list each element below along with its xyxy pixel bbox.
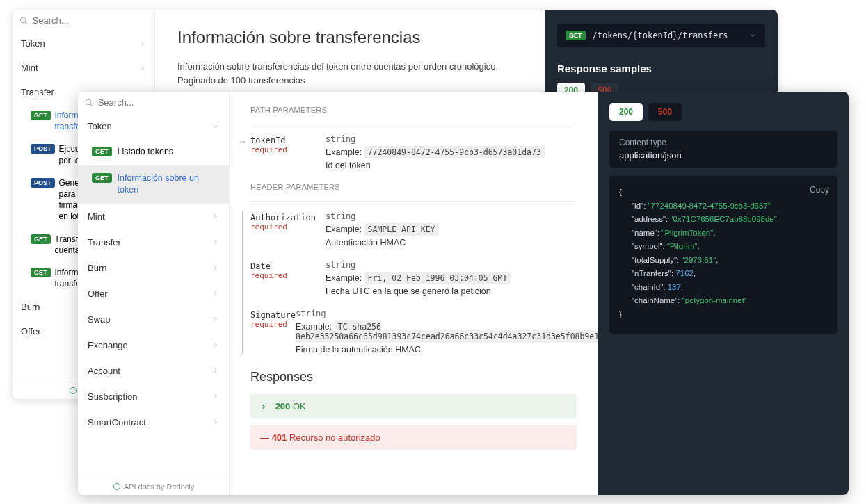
chevron-right-icon bbox=[212, 393, 219, 400]
http-method-badge: GET bbox=[31, 268, 51, 277]
svg-line-4 bbox=[90, 104, 93, 106]
param-desc: Id del token bbox=[326, 161, 577, 170]
front-nav-sub-token-info[interactable]: GETInformación sobre un token bbox=[78, 165, 229, 204]
arrow-icon bbox=[239, 138, 246, 145]
front-search-input[interactable] bbox=[98, 97, 222, 108]
param-name: Date bbox=[250, 261, 326, 271]
chevron-right-icon bbox=[212, 316, 219, 323]
http-method-badge: GET bbox=[92, 173, 112, 183]
chevron-right-icon bbox=[212, 341, 219, 348]
tab-200[interactable]: 200 bbox=[609, 103, 643, 121]
front-nav-offer[interactable]: Offer bbox=[78, 281, 229, 307]
front-main-content: PATH PARAMETERS tokenId required string … bbox=[230, 92, 598, 495]
endpoint-box[interactable]: GET /tokens/{tokenId}/transfers bbox=[557, 24, 765, 47]
param-type: string bbox=[326, 260, 577, 270]
front-nav-sub-list-tokens[interactable]: GETListado tokens bbox=[78, 139, 229, 165]
svg-point-2 bbox=[70, 388, 76, 394]
http-method-badge: GET bbox=[92, 147, 112, 156]
svg-point-5 bbox=[113, 484, 120, 490]
param-required-label: required bbox=[250, 271, 326, 280]
response-samples-heading: Response samples bbox=[557, 63, 765, 74]
content-type-value: application/json bbox=[619, 150, 828, 161]
param-name: Signature bbox=[250, 310, 296, 320]
param-example: Example: Fri, 02 Feb 1996 03:04:05 GMT bbox=[326, 273, 577, 283]
param-row-signature: Signature required string Example: TC sh… bbox=[250, 309, 577, 355]
redocly-icon bbox=[113, 482, 121, 491]
svg-point-0 bbox=[21, 17, 26, 22]
chevron-right-icon bbox=[212, 290, 219, 297]
front-nav: Token GETListado tokens GETInformación s… bbox=[78, 113, 229, 478]
divider bbox=[250, 124, 577, 124]
front-nav-mint[interactable]: Mint bbox=[78, 204, 229, 229]
json-sample-block: Copy { "id": "77240849-8472-4755-9cb3-d6… bbox=[609, 176, 837, 334]
front-code-tabs: 200 500 bbox=[609, 103, 837, 121]
tab-500[interactable]: 500 bbox=[648, 103, 682, 121]
search-icon bbox=[19, 16, 29, 26]
back-search-input[interactable] bbox=[33, 15, 147, 26]
param-example: Example: TC sha256 8eb2e35250a66c65d9813… bbox=[296, 322, 598, 341]
responses-heading: Responses bbox=[250, 370, 577, 384]
chevron-right-icon bbox=[139, 40, 146, 47]
param-example: Example: 77240849-8472-4755-9cb3-d6573a0… bbox=[326, 147, 577, 157]
content-type-label: Content type bbox=[619, 138, 828, 147]
http-method-badge: POST bbox=[31, 178, 55, 188]
param-row-date: Date required string Example: Fri, 02 Fe… bbox=[250, 260, 577, 296]
chevron-right-icon bbox=[212, 264, 219, 271]
front-nav-transfer[interactable]: Transfer bbox=[78, 229, 229, 255]
front-code-panel: 200 500 Content type application/json Co… bbox=[598, 92, 849, 495]
front-search-bar[interactable] bbox=[78, 92, 229, 113]
header-params-heading: HEADER PARAMETERS bbox=[250, 183, 577, 191]
param-row-tokenid: tokenId required string Example: 7724084… bbox=[250, 134, 577, 170]
page-title: Información sobre transferencias bbox=[177, 28, 522, 47]
copy-button[interactable]: Copy bbox=[810, 183, 829, 197]
chevron-right-icon bbox=[212, 418, 219, 425]
param-type: string bbox=[326, 211, 577, 221]
chevron-down-icon bbox=[212, 123, 219, 130]
path-params-heading: PATH PARAMETERS bbox=[250, 106, 577, 114]
front-nav-subscription[interactable]: Susbcription bbox=[78, 384, 229, 409]
http-method-badge: POST bbox=[31, 144, 55, 154]
front-nav-swap[interactable]: Swap bbox=[78, 307, 229, 332]
param-row-authorization: Authorization required string Example: S… bbox=[250, 211, 577, 247]
front-nav-smartcontract[interactable]: SmartContract bbox=[78, 409, 229, 435]
param-required-label: required bbox=[250, 222, 326, 231]
chevron-down-icon bbox=[748, 31, 757, 40]
chevron-right-icon bbox=[260, 403, 267, 410]
http-method-badge: GET bbox=[566, 31, 586, 40]
http-method-badge: GET bbox=[31, 234, 51, 244]
front-nav-exchange[interactable]: Exchange bbox=[78, 332, 229, 358]
front-nav-token[interactable]: Token bbox=[78, 113, 229, 139]
svg-point-3 bbox=[86, 99, 91, 104]
chevron-right-icon bbox=[139, 65, 146, 72]
chevron-right-icon bbox=[212, 238, 219, 245]
endpoint-path: /tokens/{tokenId}/transfers bbox=[593, 31, 748, 40]
redocly-icon bbox=[69, 387, 77, 395]
divider bbox=[250, 201, 577, 202]
search-icon bbox=[85, 98, 94, 108]
back-nav-token[interactable]: Token bbox=[13, 31, 154, 56]
svg-line-1 bbox=[25, 22, 27, 24]
content-type-box[interactable]: Content type application/json bbox=[609, 131, 837, 168]
param-desc: Autenticación HMAC bbox=[326, 238, 577, 247]
back-nav-mint[interactable]: Mint bbox=[13, 56, 154, 80]
chevron-right-icon bbox=[212, 367, 219, 374]
param-name: tokenId bbox=[250, 136, 326, 145]
chevron-right-icon bbox=[212, 213, 219, 220]
back-search-bar[interactable] bbox=[13, 10, 154, 31]
response-row-401[interactable]: — 401 Recurso no autorizado bbox=[250, 425, 577, 450]
param-required-label: required bbox=[250, 320, 296, 329]
http-method-badge: GET bbox=[31, 111, 51, 120]
front-nav-burn[interactable]: Burn bbox=[78, 255, 229, 281]
param-example: Example: SAMPLE_API_KEY bbox=[326, 225, 577, 234]
param-type: string bbox=[296, 309, 598, 318]
response-row-200[interactable]: 200 OK bbox=[250, 394, 577, 418]
param-desc: Firma de la autenticación HMAC bbox=[296, 345, 598, 355]
front-nav-account[interactable]: Account bbox=[78, 358, 229, 384]
front-footer-credit[interactable]: API docs by Redocly bbox=[78, 478, 229, 495]
param-desc: Fecha UTC en la que se generó la petició… bbox=[326, 286, 577, 296]
page-description: Información sobre transferencias del tok… bbox=[177, 60, 504, 88]
front-sidebar: Token GETListado tokens GETInformación s… bbox=[78, 92, 230, 495]
param-type: string bbox=[326, 134, 577, 144]
param-required-label: required bbox=[250, 145, 326, 154]
front-api-docs-panel: Token GETListado tokens GETInformación s… bbox=[78, 92, 849, 495]
